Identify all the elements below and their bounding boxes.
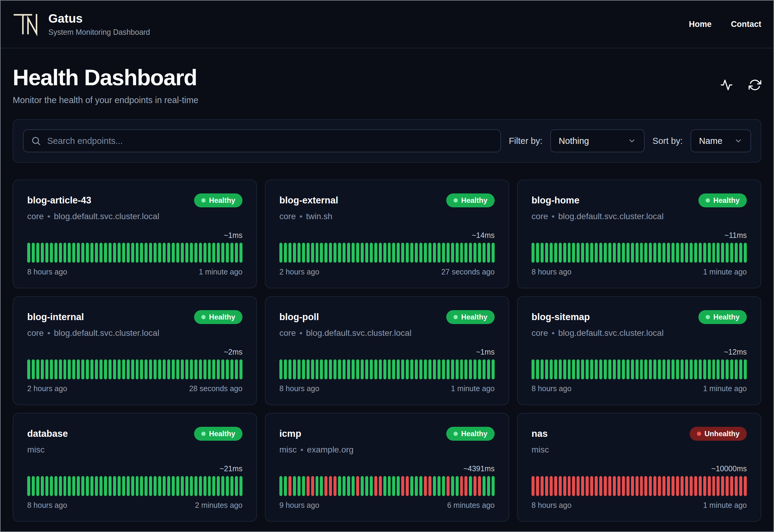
uptime-bar[interactable]	[568, 476, 571, 496]
uptime-bar[interactable]	[586, 359, 589, 379]
uptime-bar[interactable]	[694, 243, 697, 263]
uptime-bar[interactable]	[649, 243, 652, 263]
uptime-bar[interactable]	[608, 359, 611, 379]
uptime-bar[interactable]	[109, 359, 112, 379]
uptime-bar[interactable]	[383, 476, 386, 496]
uptime-bar[interactable]	[36, 243, 39, 263]
uptime-bar[interactable]	[32, 476, 35, 496]
uptime-bar[interactable]	[221, 359, 224, 379]
uptime-bar[interactable]	[136, 243, 139, 263]
uptime-bar[interactable]	[27, 359, 30, 379]
uptime-bar[interactable]	[617, 359, 620, 379]
uptime-bar[interactable]	[199, 476, 202, 496]
uptime-bar[interactable]	[554, 243, 557, 263]
uptime-bar[interactable]	[581, 359, 584, 379]
uptime-bar[interactable]	[397, 476, 400, 496]
uptime-bar[interactable]	[721, 359, 724, 379]
uptime-bar[interactable]	[293, 359, 296, 379]
uptime-bar[interactable]	[712, 476, 715, 496]
uptime-bar[interactable]	[487, 476, 490, 496]
uptime-bar[interactable]	[109, 243, 112, 263]
uptime-bar[interactable]	[293, 476, 296, 496]
uptime-bar[interactable]	[595, 476, 598, 496]
uptime-bar[interactable]	[631, 476, 634, 496]
uptime-bar[interactable]	[433, 243, 436, 263]
uptime-bar[interactable]	[163, 243, 166, 263]
uptime-bar[interactable]	[744, 243, 747, 263]
uptime-bar[interactable]	[653, 476, 656, 496]
uptime-bar[interactable]	[113, 359, 116, 379]
uptime-bar[interactable]	[532, 359, 535, 379]
uptime-bar[interactable]	[685, 359, 688, 379]
uptime-bar[interactable]	[595, 243, 598, 263]
uptime-bar[interactable]	[32, 243, 35, 263]
uptime-bar[interactable]	[568, 243, 571, 263]
endpoint-card[interactable]: nas Unhealthy misc ~10000ms 8 hours ago …	[517, 413, 761, 522]
uptime-bar[interactable]	[36, 359, 39, 379]
uptime-bar[interactable]	[54, 359, 57, 379]
uptime-bar[interactable]	[59, 243, 62, 263]
endpoint-card[interactable]: blog-internal Healthy core•blog.default.…	[13, 296, 257, 405]
uptime-bar[interactable]	[140, 476, 143, 496]
uptime-bar[interactable]	[90, 476, 93, 496]
uptime-bar[interactable]	[279, 243, 282, 263]
uptime-bar[interactable]	[212, 359, 215, 379]
uptime-bar[interactable]	[649, 476, 652, 496]
uptime-bar[interactable]	[699, 243, 702, 263]
uptime-bar[interactable]	[365, 359, 368, 379]
uptime-bar[interactable]	[68, 359, 71, 379]
uptime-bar[interactable]	[190, 243, 193, 263]
uptime-bar[interactable]	[460, 476, 463, 496]
uptime-bar[interactable]	[122, 476, 125, 496]
uptime-bar[interactable]	[464, 359, 467, 379]
uptime-bar[interactable]	[554, 359, 557, 379]
uptime-bar[interactable]	[617, 243, 620, 263]
uptime-bar[interactable]	[77, 476, 80, 496]
uptime-bar[interactable]	[640, 476, 643, 496]
uptime-bar[interactable]	[644, 476, 647, 496]
uptime-bar[interactable]	[392, 359, 395, 379]
uptime-bar[interactable]	[401, 476, 404, 496]
uptime-bar[interactable]	[653, 243, 656, 263]
uptime-bar[interactable]	[226, 476, 229, 496]
uptime-bar[interactable]	[343, 476, 346, 496]
uptime-bar[interactable]	[239, 243, 242, 263]
uptime-bar[interactable]	[694, 359, 697, 379]
uptime-bar[interactable]	[127, 359, 130, 379]
uptime-bar[interactable]	[721, 476, 724, 496]
uptime-bar[interactable]	[397, 359, 400, 379]
endpoint-card[interactable]: blog-home Healthy core•blog.default.svc.…	[517, 180, 761, 288]
uptime-bar[interactable]	[374, 243, 377, 263]
uptime-bar[interactable]	[72, 359, 75, 379]
uptime-bar[interactable]	[374, 476, 377, 496]
uptime-bar[interactable]	[730, 476, 733, 496]
uptime-bar[interactable]	[81, 476, 84, 496]
uptime-bar[interactable]	[554, 476, 557, 496]
uptime-bar[interactable]	[572, 359, 575, 379]
uptime-bar[interactable]	[140, 243, 143, 263]
uptime-bar[interactable]	[636, 476, 639, 496]
uptime-bar[interactable]	[54, 243, 57, 263]
uptime-bar[interactable]	[392, 243, 395, 263]
uptime-bar[interactable]	[122, 243, 125, 263]
uptime-bar[interactable]	[581, 476, 584, 496]
uptime-bar[interactable]	[311, 243, 314, 263]
uptime-bar[interactable]	[239, 359, 242, 379]
uptime-bar[interactable]	[194, 359, 197, 379]
uptime-bar[interactable]	[320, 243, 323, 263]
uptime-bar[interactable]	[302, 243, 305, 263]
uptime-bar[interactable]	[352, 243, 355, 263]
uptime-bar[interactable]	[712, 243, 715, 263]
uptime-bar[interactable]	[451, 476, 454, 496]
uptime-bar[interactable]	[50, 359, 53, 379]
uptime-bar[interactable]	[487, 243, 490, 263]
uptime-bar[interactable]	[401, 243, 404, 263]
uptime-bar[interactable]	[662, 359, 665, 379]
uptime-bar[interactable]	[288, 359, 291, 379]
uptime-bar[interactable]	[460, 243, 463, 263]
uptime-bar[interactable]	[104, 476, 107, 496]
uptime-bar[interactable]	[316, 243, 319, 263]
uptime-bar[interactable]	[447, 243, 450, 263]
uptime-bar[interactable]	[464, 243, 467, 263]
uptime-bar[interactable]	[469, 476, 472, 496]
